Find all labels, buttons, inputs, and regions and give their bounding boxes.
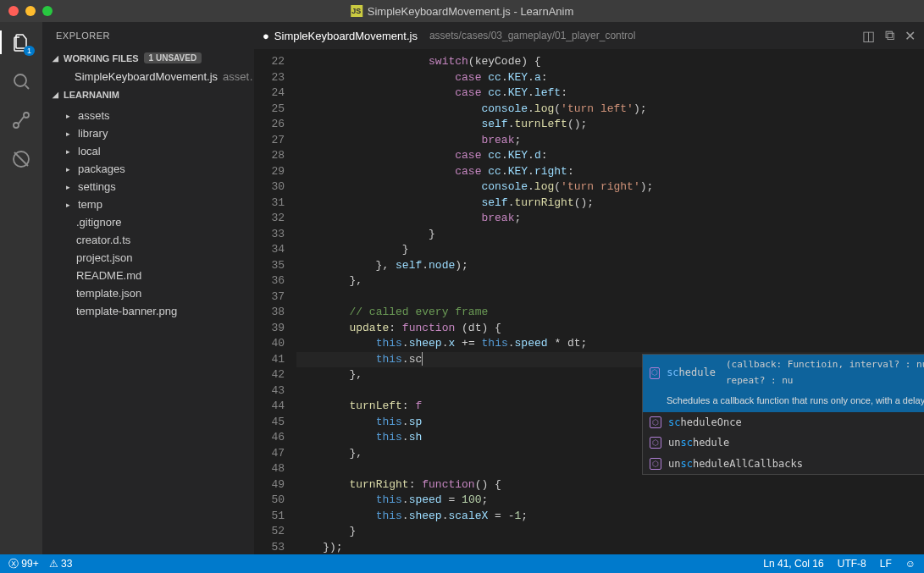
- feedback-icon[interactable]: ☺: [905, 558, 916, 570]
- explorer-sidebar: EXPLORER ◢ WORKING FILES 1 UNSAVED Simpl…: [42, 22, 254, 554]
- project-section[interactable]: ◢ LEARNANIM: [42, 86, 254, 103]
- method-icon: ⬡: [650, 437, 661, 449]
- dirty-dot-icon: ●: [263, 30, 269, 42]
- status-bar: ⓧ 99+ ⚠ 33 Ln 41, Col 16 UTF-8 LF ☺: [0, 554, 924, 573]
- folder-item[interactable]: ▸assets: [42, 107, 254, 124]
- sidebar-title: EXPLORER: [42, 22, 254, 49]
- svg-point-0: [14, 74, 26, 86]
- file-item[interactable]: creator.d.ts: [42, 231, 254, 249]
- folder-item[interactable]: ▸packages: [42, 160, 254, 178]
- method-icon: ⬡: [650, 458, 661, 470]
- explorer-activity[interactable]: 1: [9, 30, 33, 54]
- method-icon: ⬡: [650, 367, 660, 379]
- folder-item[interactable]: ▸temp: [42, 196, 254, 213]
- code-editor[interactable]: 2223242526272829303132333435363738394041…: [254, 49, 924, 554]
- file-item[interactable]: README.md: [42, 267, 254, 284]
- folder-item[interactable]: ▸local: [42, 142, 254, 160]
- search-activity[interactable]: [9, 69, 33, 93]
- chevron-right-icon: ▸: [66, 147, 73, 156]
- breadcrumb: assets/cases/03_gameplay/01_player_contr…: [429, 30, 635, 41]
- file-item[interactable]: .gitignore: [42, 213, 254, 231]
- folder-item[interactable]: ▸settings: [42, 178, 254, 196]
- working-files-section[interactable]: ◢ WORKING FILES 1 UNSAVED: [42, 49, 254, 67]
- source-control-activity[interactable]: [9, 108, 33, 132]
- minimize-window-button[interactable]: [25, 6, 36, 16]
- svg-point-2: [14, 123, 19, 128]
- close-editor-button[interactable]: ✕: [905, 28, 916, 44]
- js-file-icon: JS: [351, 5, 362, 17]
- file-tree: ▸assets▸library▸local▸packages▸settings▸…: [42, 103, 254, 323]
- chevron-down-icon: ◢: [53, 91, 58, 99]
- suggest-item[interactable]: ⬡unschedule: [643, 433, 924, 454]
- debug-activity[interactable]: [9, 147, 33, 171]
- chevron-down-icon: ◢: [53, 54, 58, 63]
- eol-status[interactable]: LF: [880, 558, 892, 570]
- file-item[interactable]: template.json: [42, 284, 254, 302]
- warnings-status[interactable]: ⚠ 33: [49, 558, 73, 570]
- code-lines[interactable]: switch(keyCode) { case cc.KEY.a: case cc…: [296, 49, 924, 554]
- maximize-window-button[interactable]: [42, 6, 53, 16]
- suggest-documentation: Schedules a callback function that runs …: [643, 391, 924, 412]
- file-item[interactable]: template-banner.png: [42, 302, 254, 320]
- explorer-badge: 1: [24, 46, 35, 56]
- chevron-right-icon: ▸: [66, 129, 73, 138]
- active-tab[interactable]: ● SimpleKeyboardMovement.js assets/cases…: [263, 30, 635, 42]
- svg-point-1: [24, 113, 29, 118]
- encoding-status[interactable]: UTF-8: [838, 558, 866, 570]
- working-file-item[interactable]: SimpleKeyboardMovement.js asset…: [42, 67, 254, 86]
- chevron-right-icon: ▸: [66, 201, 73, 209]
- close-window-button[interactable]: [8, 6, 19, 16]
- titlebar: JS SimpleKeyboardMovement.js - LearnAnim: [0, 0, 924, 22]
- suggest-item[interactable]: ⬡schedule(callback: Functioin, interval?…: [643, 355, 924, 391]
- line-numbers: 2223242526272829303132333435363738394041…: [254, 49, 296, 554]
- suggest-item[interactable]: ⬡scheduleOnce: [643, 412, 924, 433]
- intellisense-popup[interactable]: ⬡schedule(callback: Functioin, interval?…: [642, 354, 924, 475]
- file-item[interactable]: project.json: [42, 249, 254, 267]
- open-to-side-button[interactable]: ⧉: [885, 28, 894, 44]
- split-editor-button[interactable]: ◫: [862, 28, 875, 44]
- suggest-item[interactable]: ⬡unscheduleAllCallbacks: [643, 454, 924, 475]
- activity-bar: 1: [0, 22, 42, 554]
- chevron-right-icon: ▸: [66, 112, 73, 120]
- method-icon: ⬡: [650, 416, 661, 428]
- unsaved-badge: 1 UNSAVED: [144, 52, 202, 63]
- editor-area: ● SimpleKeyboardMovement.js assets/cases…: [254, 22, 924, 554]
- window-controls: [8, 6, 53, 16]
- chevron-right-icon: ▸: [66, 183, 73, 191]
- folder-item[interactable]: ▸library: [42, 124, 254, 142]
- chevron-right-icon: ▸: [66, 165, 73, 174]
- errors-status[interactable]: ⓧ 99+: [8, 557, 39, 571]
- editor-tabs: ● SimpleKeyboardMovement.js assets/cases…: [254, 22, 924, 49]
- window-title: JS SimpleKeyboardMovement.js - LearnAnim: [351, 5, 574, 18]
- cursor-position[interactable]: Ln 41, Col 16: [763, 558, 823, 570]
